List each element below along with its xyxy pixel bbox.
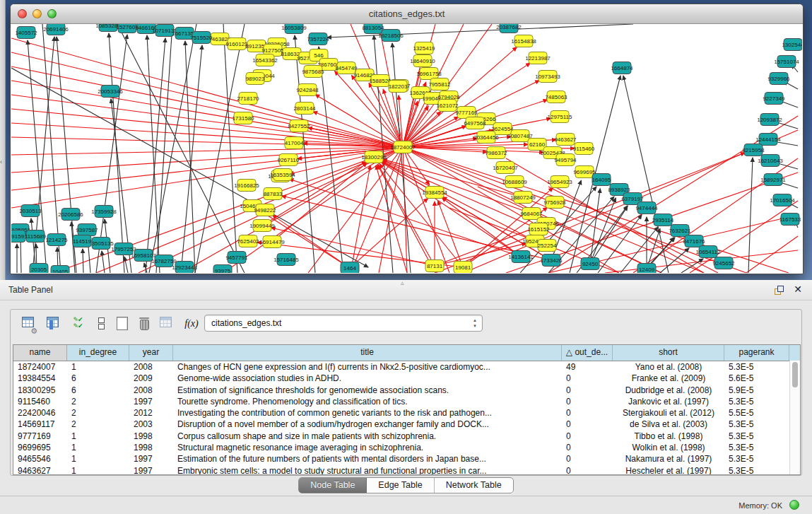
graph-node[interactable]: 16353594 xyxy=(270,169,295,181)
graph-node[interactable]: 9227349 xyxy=(763,93,785,105)
import-table-icon[interactable] xyxy=(157,317,174,334)
graph-node[interactable]: 1115689 xyxy=(25,230,47,243)
graph-node[interactable]: 9474444 xyxy=(635,202,658,214)
tab-network-table[interactable]: Network Table xyxy=(435,478,513,493)
column-header-pagerank[interactable]: pagerank xyxy=(724,345,789,361)
float-panel-icon[interactable] xyxy=(775,286,784,295)
splitter-handle-icon[interactable]: ▵ xyxy=(401,279,404,286)
graph-node[interactable]: 10688609 xyxy=(502,176,527,188)
graph-node[interactable]: 12923448 xyxy=(172,262,197,274)
graph-node[interactable]: 7632621 xyxy=(669,225,691,237)
column-header-year[interactable]: year xyxy=(129,345,173,361)
graph-node[interactable]: 114519 xyxy=(73,235,92,247)
graph-node[interactable]: 13505135 xyxy=(88,238,114,250)
graph-node[interactable]: 182203 xyxy=(389,81,408,93)
graph-node[interactable]: 15892971 xyxy=(760,174,786,186)
graph-node[interactable]: 18807249 xyxy=(510,192,536,204)
graph-node[interactable]: 16154838 xyxy=(511,35,536,47)
close-panel-icon[interactable]: ✕ xyxy=(794,284,802,295)
graph-node[interactable]: 39159 xyxy=(11,230,25,243)
graph-node[interactable]: 1325419 xyxy=(413,42,435,54)
graph-node[interactable]: 1214275 xyxy=(45,234,68,246)
graph-node[interactable]: 8471676 xyxy=(683,235,705,247)
graph-node[interactable]: 20387682 xyxy=(496,24,522,33)
graph-node[interactable]: 19166825 xyxy=(234,180,259,192)
graph-node[interactable]: 18300295 xyxy=(361,151,387,163)
graph-node[interactable]: 7625402 xyxy=(237,235,259,247)
graph-node[interactable]: 19081 xyxy=(454,262,472,274)
table-row[interactable]: 946362711997Embryonic stem cells: a mode… xyxy=(13,465,800,475)
graph-node[interactable]: 18724007 xyxy=(390,141,416,153)
graph-node[interactable]: 9756928 xyxy=(543,197,566,209)
graph-node[interactable]: 20206586 xyxy=(58,209,83,221)
delete-table-icon[interactable] xyxy=(136,317,153,334)
graph-node[interactable]: 164095 xyxy=(592,174,611,186)
graph-node[interactable]: 12213987 xyxy=(525,52,551,64)
graph-node[interactable]: 9267110 xyxy=(278,154,300,166)
new-document-icon[interactable] xyxy=(114,317,131,334)
network-window[interactable]: citations_edges.txt 18724007183002951325… xyxy=(10,4,804,274)
table-row[interactable]: 1872400712008Changes of HCN gene express… xyxy=(13,361,800,373)
graph-node[interactable]: 7515520 xyxy=(190,32,213,44)
graph-node[interactable]: 16914479 xyxy=(259,236,285,248)
graph-node[interactable]: 92450 xyxy=(581,258,599,270)
graph-node[interactable]: 1167533 xyxy=(779,214,801,226)
graph-node[interactable]: 16720407 xyxy=(493,162,518,174)
graph-node[interactable]: 19654923 xyxy=(547,176,572,188)
graph-node[interactable]: 15751074 xyxy=(774,56,799,68)
graph-node[interactable]: 20364456 xyxy=(473,132,499,144)
graph-node[interactable]: 7955812 xyxy=(428,78,451,90)
table-row[interactable]: 946554611997Estimation of the future num… xyxy=(13,453,800,465)
graph-node[interactable]: 7986372 xyxy=(485,147,507,159)
graph-node[interactable]: 8215958 xyxy=(742,144,765,156)
graph-node[interactable]: 20305 xyxy=(30,264,48,274)
graph-node[interactable]: 9242848 xyxy=(296,84,319,96)
table-row[interactable]: 1938455462009Genome-wide association stu… xyxy=(13,373,800,384)
graph-node[interactable]: 2803144 xyxy=(293,103,316,115)
graph-node[interactable]: 10973493 xyxy=(535,71,560,83)
table-row[interactable]: 977716911998Corpus callosum shape and si… xyxy=(13,431,800,442)
graph-node[interactable]: 9115460 xyxy=(573,143,595,155)
column-header-short[interactable]: short xyxy=(613,345,724,361)
graph-node[interactable]: 17359928 xyxy=(91,206,117,218)
table-selector-dropdown[interactable]: citations_edges.txt ▲▼ xyxy=(204,315,483,332)
graph-node[interactable]: 1615152 xyxy=(527,223,550,235)
graph-node[interactable]: 9495794 xyxy=(554,154,577,166)
graph-node[interactable]: 1733426 xyxy=(540,255,563,267)
graph-node[interactable]: 87131 xyxy=(425,260,444,272)
graph-node[interactable]: 252254 xyxy=(538,240,557,252)
graph-node[interactable]: 9457791 xyxy=(225,252,248,264)
panel-collapse-arrow-icon[interactable]: ‹ xyxy=(0,158,2,165)
graph-node[interactable]: 1664874 xyxy=(611,62,633,74)
column-header-name[interactable]: name xyxy=(13,345,67,361)
table-scrollbar-thumb[interactable] xyxy=(792,362,798,387)
rows-icon[interactable] xyxy=(93,317,110,334)
graph-node[interactable]: 9245652 xyxy=(712,257,735,269)
graph-node[interactable]: 93975 xyxy=(213,265,232,274)
graph-node[interactable]: 12409 xyxy=(637,264,656,274)
graph-node[interactable]: 16961758 xyxy=(416,68,442,80)
graph-node[interactable]: 18640910 xyxy=(410,55,435,67)
validate-icon[interactable]: ✎✔✎✔ xyxy=(69,317,86,334)
graph-node[interactable]: 19218506 xyxy=(378,30,404,42)
graph-node[interactable]: 1405572 xyxy=(15,27,37,39)
graph-node[interactable]: 9397587 xyxy=(76,224,98,236)
graph-node[interactable]: 1302544 xyxy=(782,39,802,51)
tab-edge-table[interactable]: Edge Table xyxy=(367,478,434,493)
graph-node[interactable]: 2030513 xyxy=(19,205,42,217)
table-row[interactable]: 969969511998Structural magnetic resonanc… xyxy=(13,442,800,453)
column-header-title[interactable]: title xyxy=(173,345,562,361)
graph-node[interactable]: 9463627 xyxy=(554,134,577,146)
graph-node[interactable]: 1464 xyxy=(341,262,359,274)
graph-node[interactable]: 7485063 xyxy=(545,91,567,103)
graph-node[interactable]: 19099449 xyxy=(249,220,275,232)
network-window-titlebar[interactable]: citations_edges.txt xyxy=(11,4,803,24)
graph-node[interactable]: 17016504 xyxy=(770,194,795,206)
column-header-out_degree[interactable]: △ out_de... xyxy=(562,345,613,361)
graph-node[interactable]: 887833 xyxy=(264,188,283,200)
graph-node[interactable]: 8427552 xyxy=(288,120,310,132)
collapsed-panel-strip[interactable]: ‹ xyxy=(0,0,6,280)
graph-node[interactable]: 9160123 xyxy=(225,38,248,50)
graph-node[interactable]: 12444154 xyxy=(755,134,781,146)
graph-node[interactable]: 15716485 xyxy=(273,254,299,266)
